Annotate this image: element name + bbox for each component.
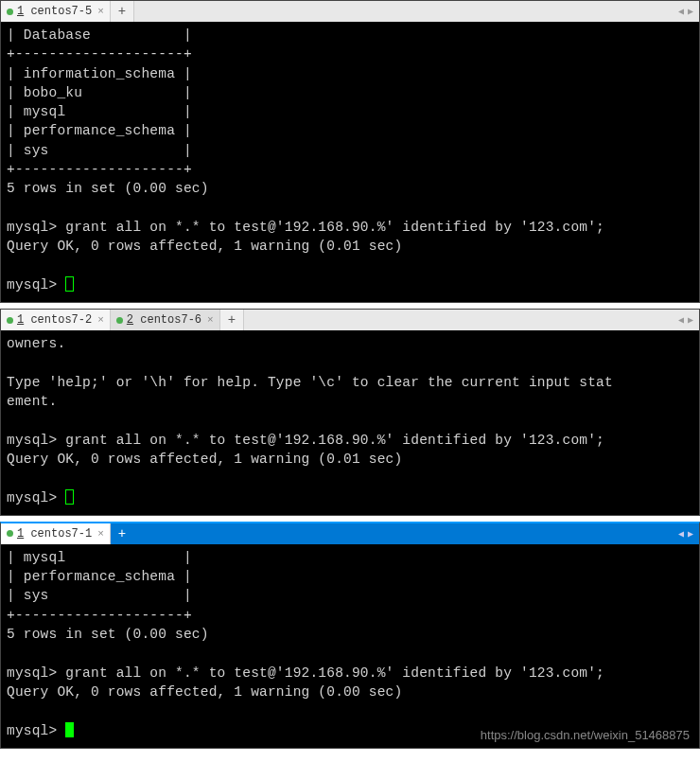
add-tab-button[interactable]: +: [111, 523, 133, 544]
status-dot-icon: [7, 9, 13, 15]
close-icon[interactable]: ×: [96, 528, 104, 540]
status-dot-icon: [7, 530, 13, 537]
tab-label: 2 centos7-6: [127, 313, 201, 327]
tab-nav-arrows: ◀ ▶: [676, 528, 699, 540]
close-icon[interactable]: ×: [205, 314, 214, 326]
tab-nav-left-icon[interactable]: ◀: [676, 528, 686, 540]
tab-centos7-5[interactable]: 1 centos7-5 ×: [1, 1, 111, 22]
terminal-output[interactable]: | mysql | | performance_schema | | sys |…: [1, 544, 699, 748]
tab-centos7-1[interactable]: 1 centos7-1 ×: [1, 523, 111, 544]
terminal-pane-1: 1 centos7-5 × + ◀ ▶ | Database | +------…: [0, 0, 700, 303]
status-dot-icon: [7, 317, 13, 324]
terminal-output[interactable]: owners. Type 'help;' or '\h' for help. T…: [1, 330, 699, 515]
terminal-pane-3: 1 centos7-1 × + ◀ ▶ | mysql | | performa…: [0, 522, 700, 749]
tab-nav-left-icon[interactable]: ◀: [676, 314, 686, 326]
watermark-text: https://blog.csdn.net/weixin_51468875: [481, 728, 690, 742]
tab-nav-right-icon[interactable]: ▶: [686, 528, 695, 540]
tab-label: 1 centos7-5: [17, 5, 92, 18]
tab-nav-right-icon[interactable]: ▶: [686, 314, 695, 326]
tab-nav-arrows: ◀ ▶: [676, 314, 699, 326]
terminal-output[interactable]: | Database | +--------------------+ | in…: [1, 22, 699, 302]
tab-label: 1 centos7-2: [17, 313, 92, 327]
terminal-pane-2: 1 centos7-2 × 2 centos7-6 × + ◀ ▶ owners…: [0, 309, 700, 516]
tab-nav-left-icon[interactable]: ◀: [676, 6, 686, 17]
status-dot-icon: [116, 317, 123, 324]
tab-label: 1 centos7-1: [17, 527, 92, 541]
close-icon[interactable]: ×: [96, 314, 104, 326]
cursor-icon: [65, 489, 74, 505]
close-icon[interactable]: ×: [96, 6, 104, 17]
tab-nav-arrows: ◀ ▶: [676, 6, 699, 17]
tab-nav-right-icon[interactable]: ▶: [686, 6, 695, 17]
tab-centos7-2[interactable]: 1 centos7-2 ×: [1, 310, 111, 330]
cursor-icon: [65, 276, 74, 292]
cursor-icon: [65, 722, 74, 737]
tab-bar: 1 centos7-2 × 2 centos7-6 × + ◀ ▶: [1, 310, 699, 330]
tab-bar: 1 centos7-1 × + ◀ ▶: [1, 523, 699, 544]
tab-bar: 1 centos7-5 × + ◀ ▶: [1, 1, 699, 22]
add-tab-button[interactable]: +: [220, 310, 244, 330]
tab-centos7-6[interactable]: 2 centos7-6 ×: [111, 310, 220, 330]
add-tab-button[interactable]: +: [111, 1, 134, 22]
